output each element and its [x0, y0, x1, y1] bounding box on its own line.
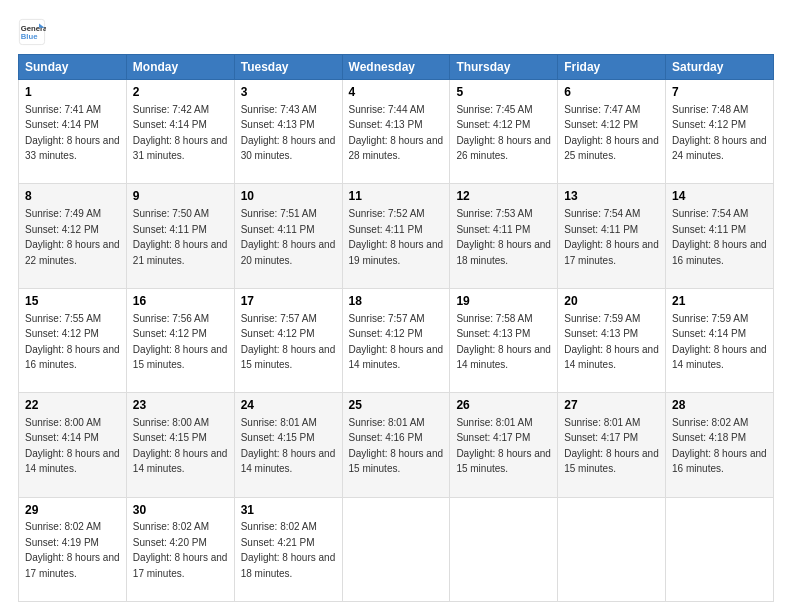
day-info: Sunrise: 7:52 AMSunset: 4:11 PMDaylight:…: [349, 208, 444, 266]
col-saturday: Saturday: [666, 55, 774, 80]
day-info: Sunrise: 8:00 AMSunset: 4:14 PMDaylight:…: [25, 417, 120, 475]
day-number: 20: [564, 293, 659, 310]
day-number: 7: [672, 84, 767, 101]
table-row: [666, 497, 774, 601]
day-info: Sunrise: 7:44 AMSunset: 4:13 PMDaylight:…: [349, 104, 444, 162]
table-row: [342, 497, 450, 601]
table-row: 16Sunrise: 7:56 AMSunset: 4:12 PMDayligh…: [126, 288, 234, 392]
day-number: 8: [25, 188, 120, 205]
table-row: 1Sunrise: 7:41 AMSunset: 4:14 PMDaylight…: [19, 80, 127, 184]
table-row: 19Sunrise: 7:58 AMSunset: 4:13 PMDayligh…: [450, 288, 558, 392]
day-number: 22: [25, 397, 120, 414]
day-number: 9: [133, 188, 228, 205]
day-info: Sunrise: 8:00 AMSunset: 4:15 PMDaylight:…: [133, 417, 228, 475]
day-info: Sunrise: 8:02 AMSunset: 4:20 PMDaylight:…: [133, 521, 228, 579]
col-friday: Friday: [558, 55, 666, 80]
table-row: 22Sunrise: 8:00 AMSunset: 4:14 PMDayligh…: [19, 393, 127, 497]
day-number: 6: [564, 84, 659, 101]
day-number: 25: [349, 397, 444, 414]
day-number: 14: [672, 188, 767, 205]
day-number: 18: [349, 293, 444, 310]
day-info: Sunrise: 8:02 AMSunset: 4:18 PMDaylight:…: [672, 417, 767, 475]
table-row: 17Sunrise: 7:57 AMSunset: 4:12 PMDayligh…: [234, 288, 342, 392]
table-row: 11Sunrise: 7:52 AMSunset: 4:11 PMDayligh…: [342, 184, 450, 288]
calendar-table: Sunday Monday Tuesday Wednesday Thursday…: [18, 54, 774, 602]
day-info: Sunrise: 7:41 AMSunset: 4:14 PMDaylight:…: [25, 104, 120, 162]
table-row: 28Sunrise: 8:02 AMSunset: 4:18 PMDayligh…: [666, 393, 774, 497]
day-info: Sunrise: 8:01 AMSunset: 4:15 PMDaylight:…: [241, 417, 336, 475]
day-info: Sunrise: 7:54 AMSunset: 4:11 PMDaylight:…: [672, 208, 767, 266]
logo: General Blue: [18, 18, 46, 46]
day-number: 28: [672, 397, 767, 414]
day-number: 4: [349, 84, 444, 101]
day-info: Sunrise: 7:50 AMSunset: 4:11 PMDaylight:…: [133, 208, 228, 266]
day-number: 16: [133, 293, 228, 310]
day-info: Sunrise: 7:55 AMSunset: 4:12 PMDaylight:…: [25, 313, 120, 371]
calendar-row: 8Sunrise: 7:49 AMSunset: 4:12 PMDaylight…: [19, 184, 774, 288]
table-row: 25Sunrise: 8:01 AMSunset: 4:16 PMDayligh…: [342, 393, 450, 497]
day-number: 2: [133, 84, 228, 101]
table-row: 15Sunrise: 7:55 AMSunset: 4:12 PMDayligh…: [19, 288, 127, 392]
day-info: Sunrise: 7:58 AMSunset: 4:13 PMDaylight:…: [456, 313, 551, 371]
day-info: Sunrise: 8:02 AMSunset: 4:19 PMDaylight:…: [25, 521, 120, 579]
day-info: Sunrise: 7:49 AMSunset: 4:12 PMDaylight:…: [25, 208, 120, 266]
table-row: 2Sunrise: 7:42 AMSunset: 4:14 PMDaylight…: [126, 80, 234, 184]
day-info: Sunrise: 7:47 AMSunset: 4:12 PMDaylight:…: [564, 104, 659, 162]
page: General Blue Sunday Monday Tuesday Wedne…: [0, 0, 792, 612]
day-number: 11: [349, 188, 444, 205]
table-row: 7Sunrise: 7:48 AMSunset: 4:12 PMDaylight…: [666, 80, 774, 184]
calendar-body: 1Sunrise: 7:41 AMSunset: 4:14 PMDaylight…: [19, 80, 774, 602]
day-info: Sunrise: 7:57 AMSunset: 4:12 PMDaylight:…: [349, 313, 444, 371]
day-info: Sunrise: 7:43 AMSunset: 4:13 PMDaylight:…: [241, 104, 336, 162]
table-row: [450, 497, 558, 601]
day-info: Sunrise: 7:42 AMSunset: 4:14 PMDaylight:…: [133, 104, 228, 162]
day-number: 21: [672, 293, 767, 310]
table-row: 26Sunrise: 8:01 AMSunset: 4:17 PMDayligh…: [450, 393, 558, 497]
day-info: Sunrise: 7:59 AMSunset: 4:14 PMDaylight:…: [672, 313, 767, 371]
table-row: 8Sunrise: 7:49 AMSunset: 4:12 PMDaylight…: [19, 184, 127, 288]
table-row: 31Sunrise: 8:02 AMSunset: 4:21 PMDayligh…: [234, 497, 342, 601]
day-info: Sunrise: 7:56 AMSunset: 4:12 PMDaylight:…: [133, 313, 228, 371]
day-number: 12: [456, 188, 551, 205]
day-info: Sunrise: 7:45 AMSunset: 4:12 PMDaylight:…: [456, 104, 551, 162]
table-row: 12Sunrise: 7:53 AMSunset: 4:11 PMDayligh…: [450, 184, 558, 288]
col-thursday: Thursday: [450, 55, 558, 80]
table-row: 20Sunrise: 7:59 AMSunset: 4:13 PMDayligh…: [558, 288, 666, 392]
table-row: 29Sunrise: 8:02 AMSunset: 4:19 PMDayligh…: [19, 497, 127, 601]
day-number: 10: [241, 188, 336, 205]
day-number: 29: [25, 502, 120, 519]
day-info: Sunrise: 7:53 AMSunset: 4:11 PMDaylight:…: [456, 208, 551, 266]
table-row: 30Sunrise: 8:02 AMSunset: 4:20 PMDayligh…: [126, 497, 234, 601]
day-number: 17: [241, 293, 336, 310]
table-row: 27Sunrise: 8:01 AMSunset: 4:17 PMDayligh…: [558, 393, 666, 497]
table-row: 6Sunrise: 7:47 AMSunset: 4:12 PMDaylight…: [558, 80, 666, 184]
day-info: Sunrise: 8:01 AMSunset: 4:16 PMDaylight:…: [349, 417, 444, 475]
logo-icon: General Blue: [18, 18, 46, 46]
col-sunday: Sunday: [19, 55, 127, 80]
table-row: 21Sunrise: 7:59 AMSunset: 4:14 PMDayligh…: [666, 288, 774, 392]
day-info: Sunrise: 7:54 AMSunset: 4:11 PMDaylight:…: [564, 208, 659, 266]
calendar-row: 29Sunrise: 8:02 AMSunset: 4:19 PMDayligh…: [19, 497, 774, 601]
table-row: 3Sunrise: 7:43 AMSunset: 4:13 PMDaylight…: [234, 80, 342, 184]
header-row: Sunday Monday Tuesday Wednesday Thursday…: [19, 55, 774, 80]
day-number: 13: [564, 188, 659, 205]
svg-text:Blue: Blue: [21, 32, 38, 41]
day-number: 19: [456, 293, 551, 310]
calendar-row: 1Sunrise: 7:41 AMSunset: 4:14 PMDaylight…: [19, 80, 774, 184]
day-number: 15: [25, 293, 120, 310]
col-tuesday: Tuesday: [234, 55, 342, 80]
day-info: Sunrise: 8:01 AMSunset: 4:17 PMDaylight:…: [564, 417, 659, 475]
day-number: 31: [241, 502, 336, 519]
day-info: Sunrise: 8:01 AMSunset: 4:17 PMDaylight:…: [456, 417, 551, 475]
day-number: 1: [25, 84, 120, 101]
table-row: 23Sunrise: 8:00 AMSunset: 4:15 PMDayligh…: [126, 393, 234, 497]
day-number: 23: [133, 397, 228, 414]
calendar-row: 22Sunrise: 8:00 AMSunset: 4:14 PMDayligh…: [19, 393, 774, 497]
table-row: [558, 497, 666, 601]
table-row: 5Sunrise: 7:45 AMSunset: 4:12 PMDaylight…: [450, 80, 558, 184]
day-number: 3: [241, 84, 336, 101]
day-number: 24: [241, 397, 336, 414]
table-row: 4Sunrise: 7:44 AMSunset: 4:13 PMDaylight…: [342, 80, 450, 184]
day-number: 27: [564, 397, 659, 414]
table-row: 18Sunrise: 7:57 AMSunset: 4:12 PMDayligh…: [342, 288, 450, 392]
